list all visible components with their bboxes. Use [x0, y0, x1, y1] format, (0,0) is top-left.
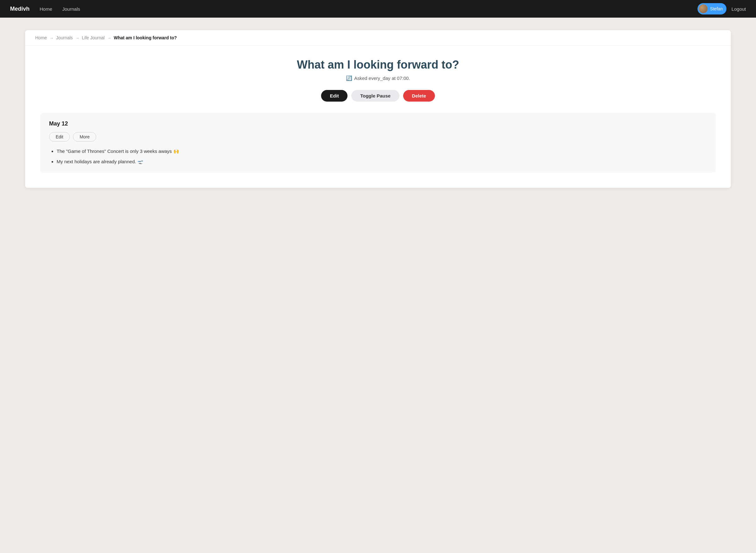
breadcrumb-arrow-3: →: [107, 35, 111, 40]
entry-section: May 12 Edit More The "Game of Thrones" C…: [40, 113, 716, 173]
list-item: The "Game of Thrones" Concert is only 3 …: [57, 148, 707, 155]
question-title: What am I looking forward to?: [40, 58, 716, 71]
logout-button[interactable]: Logout: [732, 6, 746, 12]
main-card: Home → Journals → Life Journal → What am…: [25, 30, 731, 188]
breadcrumb: Home → Journals → Life Journal → What am…: [25, 30, 731, 46]
nav-home[interactable]: Home: [39, 6, 52, 12]
user-name: Stefan: [710, 6, 723, 11]
avatar-image: [699, 4, 707, 13]
user-badge[interactable]: Stefan: [697, 3, 727, 14]
breadcrumb-journals[interactable]: Journals: [56, 35, 73, 40]
app-brand: Medivh: [10, 6, 29, 12]
entry-edit-button[interactable]: Edit: [49, 132, 70, 142]
list-item: My next holidays are already planned. 🛫: [57, 158, 707, 165]
action-buttons: Edit Toggle Pause Delete: [40, 90, 716, 102]
breadcrumb-arrow-1: →: [50, 35, 54, 40]
entry-more-button[interactable]: More: [73, 132, 96, 142]
nav-journals[interactable]: Journals: [62, 6, 80, 12]
breadcrumb-home[interactable]: Home: [35, 35, 47, 40]
page-wrapper: Home → Journals → Life Journal → What am…: [0, 18, 756, 201]
navbar-left: Medivh Home Journals: [10, 6, 80, 12]
card-content: What am I looking forward to? 🔄 Asked ev…: [25, 46, 731, 188]
delete-button[interactable]: Delete: [403, 90, 435, 102]
navbar: Medivh Home Journals Stefan Logout: [0, 0, 756, 18]
entry-controls: Edit More: [49, 132, 707, 142]
toggle-pause-button[interactable]: Toggle Pause: [351, 90, 399, 102]
schedule-text: Asked every_day at 07:00.: [354, 76, 410, 81]
schedule-info: 🔄 Asked every_day at 07:00.: [40, 75, 716, 81]
navbar-right: Stefan Logout: [697, 3, 746, 14]
edit-button[interactable]: Edit: [321, 90, 347, 102]
breadcrumb-life-journal[interactable]: Life Journal: [82, 35, 104, 40]
entry-date: May 12: [49, 121, 707, 127]
entry-list: The "Game of Thrones" Concert is only 3 …: [49, 148, 707, 165]
avatar: [699, 4, 707, 13]
breadcrumb-current: What am I looking forward to?: [114, 35, 177, 40]
breadcrumb-arrow-2: →: [75, 35, 79, 40]
schedule-icon: 🔄: [346, 75, 352, 81]
